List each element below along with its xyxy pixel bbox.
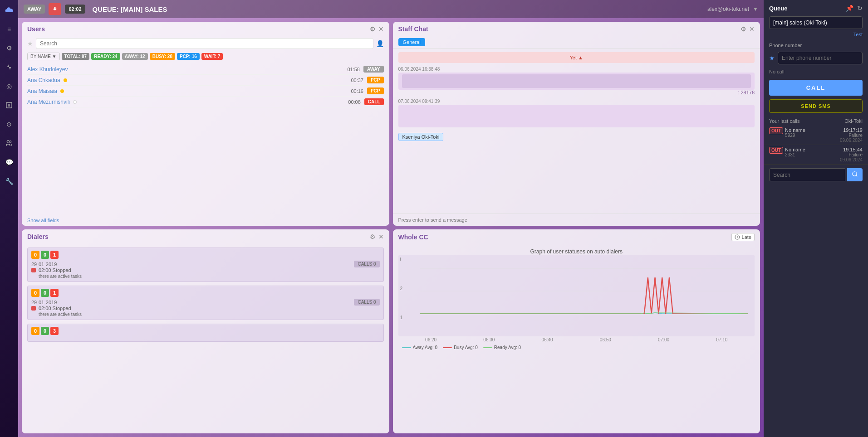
dialer-status-row: 02:00 Stopped: [31, 267, 380, 273]
table-row[interactable]: Alex Khudoleyev 01:58 AWAY: [27, 64, 384, 75]
dialer-status-row: 02:00 Stopped: [31, 306, 380, 311]
dialers-close-button[interactable]: ✕: [378, 233, 384, 240]
staff-chat-panel: Staff Chat ⚙ ✕ General Yet ▲ 06.06.2024 …: [393, 22, 760, 226]
stat-away: AWAY: 12: [122, 53, 148, 60]
chat-general-tab[interactable]: General: [398, 38, 425, 46]
rp-phone-input[interactable]: [778, 52, 863, 64]
dialers-body: 0 0 1 29-01-2019 CALLS 0 02:00 Stopped t…: [22, 244, 389, 433]
late-label: Late: [742, 234, 751, 240]
dialer-card-header: 0 0 1: [31, 251, 380, 259]
legend-label: Ready Avg: 0: [494, 345, 521, 350]
rp-call-row[interactable]: OUT No name 2331 19:15:44 Failure 09.06.…: [764, 145, 868, 165]
status-button[interactable]: AWAY: [24, 5, 45, 14]
right-panel: Queue 📌 ↻ [main] sales (Oki-Toki) Test P…: [764, 0, 868, 437]
sidebar-cloud-icon[interactable]: [4, 5, 15, 15]
rp-test-link[interactable]: Test: [764, 32, 868, 41]
sidebar-analytics-icon[interactable]: [4, 62, 15, 73]
sidebar-target-icon[interactable]: ⊙: [4, 119, 15, 130]
graph-title: Graph of user statuses on auto dialers: [398, 248, 755, 255]
rp-call-info: No name 2331: [785, 147, 838, 157]
rp-phone-star[interactable]: ★: [769, 54, 775, 62]
users-settings-button[interactable]: ⚙: [370, 25, 376, 33]
rp-call-button[interactable]: CALL: [769, 80, 863, 96]
users-star-button[interactable]: ★: [27, 40, 33, 47]
x-label: 06:50: [600, 337, 611, 342]
rp-search-input[interactable]: [769, 168, 845, 181]
y-label: i: [400, 257, 403, 262]
dialer-status-indicator: [31, 306, 36, 311]
dialer-date: 29-01-2019: [31, 262, 57, 267]
rp-call-date: 09.06.2024: [840, 138, 863, 143]
mic-button[interactable]: [49, 3, 61, 15]
legend-item-away: Away Avg: 0: [402, 345, 438, 350]
show-all-fields-link[interactable]: Show all fields: [22, 215, 389, 226]
chat-settings-button[interactable]: ⚙: [740, 25, 746, 33]
sidebar-circle-icon[interactable]: ◎: [4, 81, 15, 92]
rp-pin-icon[interactable]: 📌: [846, 5, 853, 12]
users-add-button[interactable]: 👤: [376, 40, 384, 47]
user-time: 00:08: [348, 99, 361, 105]
table-row[interactable]: Ana Chkadua 00:37 PCP: [27, 75, 384, 86]
rp-search-button[interactable]: [847, 168, 863, 181]
staff-chat-header: Staff Chat ⚙ ✕: [393, 22, 760, 36]
dialer-card-header: 0 0 3: [31, 327, 380, 335]
user-time: 01:58: [347, 67, 360, 72]
status-badge: PCP: [367, 87, 384, 94]
y-label: 2: [400, 286, 403, 291]
chat-timestamp: 07.06.2024 09:41:39: [398, 99, 755, 104]
whole-cc-actions: Late: [731, 233, 755, 241]
chat-sender-row: Kseniya Oki-Toki: [398, 133, 755, 141]
status-badge: CALL: [364, 98, 384, 105]
x-label: 07:10: [716, 337, 727, 342]
users-search-input[interactable]: [36, 38, 373, 49]
rp-call-date: 09.06.2024: [840, 157, 863, 162]
sidebar-users-icon[interactable]: [4, 138, 15, 149]
rp-queue-select[interactable]: [main] sales (Oki-Toki): [769, 16, 863, 29]
rp-refresh-icon[interactable]: ↻: [857, 5, 863, 12]
table-row[interactable]: Ana Mezurnishvili 00:08 CALL: [27, 97, 384, 107]
chat-bubble: [398, 105, 755, 127]
user-email[interactable]: alex@oki-toki.net: [707, 6, 749, 12]
user-status-dot: [73, 100, 77, 104]
status-badge: PCP: [367, 77, 384, 83]
user-name: Ana Maisaia: [27, 88, 351, 94]
legend-line: [483, 347, 492, 348]
dialers-settings-button[interactable]: ⚙: [370, 233, 376, 240]
sidebar-list-icon[interactable]: [4, 100, 15, 111]
dialer-description: there are active tasks: [31, 312, 380, 317]
rp-title: Queue: [769, 5, 787, 12]
sidebar-tools-icon[interactable]: 🔧: [4, 176, 15, 187]
late-button[interactable]: Late: [731, 233, 755, 241]
users-sort-button[interactable]: BY NAME ▼: [27, 53, 60, 60]
legend-line: [402, 347, 411, 348]
chat-yet-label: Yet ▲: [398, 52, 755, 63]
dialer-counter-red: 1: [50, 289, 59, 297]
chat-input[interactable]: [398, 217, 755, 223]
dialer-card-header: 0 0 1: [31, 289, 380, 297]
main-area: AWAY 02:02 QUEUE: [MAIN] SALES alex@oki-…: [18, 0, 764, 437]
graph-legend: Away Avg: 0 Busy Avg: 0 Ready Avg: 0: [398, 343, 755, 352]
chat-input-row: [393, 214, 760, 226]
rp-call-right: 19:17:19 Failure 09.06.2024: [840, 127, 863, 143]
dialer-card: 0 0 1 29-01-2019 CALLS 0 02:00 Stopped t…: [27, 286, 384, 320]
users-close-button[interactable]: ✕: [378, 25, 384, 33]
x-label: 06:20: [425, 337, 436, 342]
dialer-counters: 0 0 3: [31, 327, 59, 335]
user-name: Ana Chkadua: [27, 77, 351, 83]
rp-call-number: 5929: [785, 133, 838, 138]
rp-sms-button[interactable]: SEND SMS: [769, 99, 863, 113]
rp-call-info: No name 5929: [785, 127, 838, 138]
rp-call-row[interactable]: OUT No name 5929 19:17:19 Failure 09.06.…: [764, 126, 868, 145]
legend-label: Away Avg: 0: [413, 345, 438, 350]
chat-close-button[interactable]: ✕: [749, 25, 755, 33]
whole-cc-panel: Whole CC Late Graph of user statuses on …: [393, 229, 760, 433]
sidebar-settings-icon[interactable]: ⚙: [4, 43, 15, 53]
sidebar-menu-icon[interactable]: ≡: [4, 24, 15, 34]
user-dropdown-icon[interactable]: ▼: [753, 6, 758, 12]
dialer-calls-badge: CALLS 0: [354, 261, 379, 267]
users-stats-row: BY NAME ▼ TOTAL: 87 READY: 24 AWAY: 12 B…: [22, 51, 389, 62]
table-row[interactable]: Ana Maisaia 00:16 PCP: [27, 86, 384, 97]
content-grid: Users ⚙ ✕ ★ 👤 BY NAME ▼ TOTAL: 87 READY:…: [18, 18, 764, 437]
sidebar-chat-icon[interactable]: 💬: [4, 157, 15, 168]
users-search-row: ★ 👤: [22, 36, 389, 51]
